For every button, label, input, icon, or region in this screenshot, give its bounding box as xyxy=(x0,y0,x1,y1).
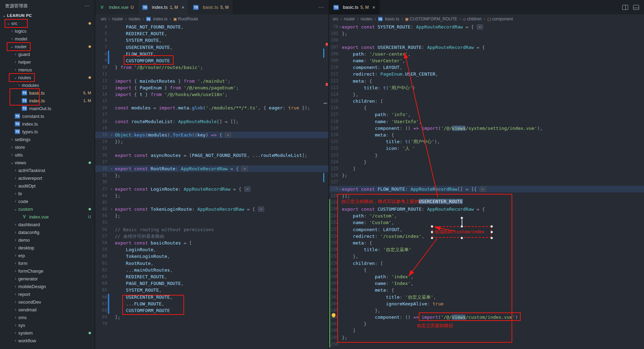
code-line-112[interactable]: 112 meta: { xyxy=(329,78,644,84)
code-line-232[interactable]: 232 name: 'Custom', xyxy=(329,219,644,226)
code-line-14[interactable]: 14import { t } from '/@/hooks/web/useI18… xyxy=(95,91,328,98)
code-line-44[interactable]: 44}; xyxy=(95,192,328,199)
tree-item-mobileDesign[interactable]: ›mobileDesign xyxy=(0,283,95,290)
breadcrumb-component[interactable]: ▢component xyxy=(487,17,513,21)
code-line-236[interactable]: 236 title: '自定义菜单' xyxy=(329,246,644,253)
tree-item-secondDev[interactable]: ›secondDev xyxy=(0,298,95,306)
fold-chevron-icon[interactable]: › xyxy=(109,186,114,192)
code-line-28[interactable]: 28›export const RootRoute: AppRouteRecor… xyxy=(95,165,328,172)
tree-item-index.vue[interactable]: Vindex.vueU xyxy=(0,213,95,221)
tree-item-system[interactable]: ›system xyxy=(0,329,95,337)
code-line-25[interactable]: 25 xyxy=(95,145,328,152)
code-line-7[interactable]: 7 USERCENTER_ROUTE, xyxy=(95,44,328,51)
close-icon[interactable]: × xyxy=(181,5,184,10)
code-line-27[interactable]: 27 xyxy=(95,159,328,165)
code-line-54[interactable]: 54}; xyxy=(95,212,328,219)
code-line-45[interactable]: 45 xyxy=(95,199,328,206)
tree-item-src[interactable]: ⌄src xyxy=(0,19,95,27)
fold-chevron-icon[interactable]: › xyxy=(338,186,342,192)
code-line-8[interactable]: 8 FLOW_ROUTE, xyxy=(95,51,328,57)
code-line-66[interactable]: 66 USERCENTER_ROUTE, xyxy=(95,294,328,300)
code-line-242[interactable]: 242 meta: { xyxy=(329,287,644,293)
code-line-111[interactable]: 111 redirect: PageEnum.USER_CENTER, xyxy=(329,71,644,77)
tree-item-sms[interactable]: ›sms xyxy=(0,313,95,321)
code-line-57[interactable]: 57// 未经许可的基本路由 xyxy=(95,233,328,240)
tab-basic.ts[interactable]: TSbasic.ts5, M xyxy=(189,0,233,14)
tree-item-sys[interactable]: ›sys xyxy=(0,321,95,329)
code-line-56[interactable]: 56// Basic routing without permissions xyxy=(95,226,328,233)
code-line-235[interactable]: 235 meta: { xyxy=(329,240,644,246)
code-line-19[interactable]: 19 xyxy=(95,125,328,132)
folded-code-ellipsis[interactable]: ⋯ xyxy=(258,207,264,212)
tab-basic.ts[interactable]: TSbasic.ts5, M× xyxy=(329,0,380,14)
more-actions-icon[interactable]: ⋯ xyxy=(84,3,90,9)
fold-chevron-icon[interactable]: › xyxy=(109,132,114,138)
tree-item-modules[interactable]: ›modules xyxy=(0,81,95,89)
code-line-234[interactable]: 234 redirect: '/custom/index', xyxy=(329,233,644,240)
code-line-229[interactable]: 229 xyxy=(329,199,644,206)
tree-item-utils[interactable]: ›utils xyxy=(0,151,95,159)
breadcrumb-CUSTOMFORM_ROUTE[interactable]: ▣CUSTOMFORM_ROUTE xyxy=(405,17,457,21)
workspace-header[interactable]: ⌄ LEARUN PC xyxy=(0,12,95,19)
code-line-128[interactable]: 128›export const FLOW_ROUTE: AppRouteRec… xyxy=(329,186,644,192)
code-line-65[interactable]: 65 SYSTEM_ROUTE, xyxy=(95,287,328,293)
code-line-61[interactable]: 61 RootRoute, xyxy=(95,260,328,267)
code-line-13[interactable]: 13import { PageEnum } from '/@/enums/pag… xyxy=(95,84,328,91)
code-line-124[interactable]: 124 } xyxy=(329,159,644,165)
code-area-basic-ts[interactable]: 76›export const SYSTEM_ROUTE: AppRouteRe… xyxy=(329,24,644,349)
code-line-121[interactable]: 121 title: t('用户中心'), xyxy=(329,138,644,145)
code-line-122[interactable]: 122 icon: '人 ' xyxy=(329,145,644,152)
code-line-241[interactable]: 241 name: 'Index', xyxy=(329,280,644,287)
code-line-107[interactable]: 107export const USERCENTER_ROUTE: AppRou… xyxy=(329,44,644,51)
tree-item-mainOut.ts[interactable]: TSmainOut.ts xyxy=(0,104,95,112)
tree-item-actHiTaskinst[interactable]: ›actHiTaskinst xyxy=(0,166,95,174)
code-line-108[interactable]: 108 path: '/user-center', xyxy=(329,51,644,57)
tree-item-dashboard[interactable]: ›dashboard xyxy=(0,221,95,228)
fold-chevron-icon[interactable]: › xyxy=(109,206,114,212)
code-line-127[interactable]: 127 xyxy=(329,179,644,185)
more-actions-icon[interactable]: ⋯ xyxy=(318,4,324,11)
code-line-249[interactable]: 249}; xyxy=(329,334,644,341)
code-line-245[interactable]: 245 }, xyxy=(329,307,644,314)
breadcrumb-index.ts[interactable]: TSindex.ts xyxy=(146,17,168,21)
tree-item-desktop[interactable]: ›desktop xyxy=(0,244,95,252)
code-line-231[interactable]: 231 path: '/custom', xyxy=(329,212,644,219)
code-line-250[interactable]: 250 xyxy=(329,341,644,348)
tree-item-dataconfig[interactable]: ›dataconfig xyxy=(0,228,95,236)
code-line-240[interactable]: 240 path: 'index', xyxy=(329,273,644,280)
code-line-119[interactable]: 119 component: () => import('/@/views/sy… xyxy=(329,125,644,132)
tab-index.vue[interactable]: Vindex.vueU xyxy=(95,0,138,14)
tree-item-basic.ts[interactable]: TSbasic.ts5, M xyxy=(0,89,95,97)
code-line-60[interactable]: 60 TokenLoginRoute, xyxy=(95,253,328,260)
tree-item-views[interactable]: ⌄views xyxy=(0,159,95,166)
tree-item-model[interactable]: ›model xyxy=(0,35,95,43)
folded-code-ellipsis[interactable]: ⋯ xyxy=(244,186,251,192)
code-line-36[interactable]: 36 xyxy=(95,179,328,185)
code-line-239[interactable]: 239 { xyxy=(329,267,644,273)
code-line-9[interactable]: 9 CUSTOMFORM_ROUTE xyxy=(95,57,328,64)
code-line-10[interactable]: 10} from '/@/router/routes/basic'; xyxy=(95,64,328,71)
fold-chevron-icon[interactable]: › xyxy=(338,24,342,30)
code-line-105[interactable]: 105}; xyxy=(329,30,644,37)
code-line-64[interactable]: 64 PAGE_NOT_FOUND_ROUTE, xyxy=(95,280,328,287)
tree-item-generator[interactable]: ›generator xyxy=(0,275,95,283)
code-line-237[interactable]: 237 }, xyxy=(329,253,644,260)
code-line-248[interactable]: 248 ] xyxy=(329,327,644,334)
tree-item-report[interactable]: ›report xyxy=(0,290,95,298)
tree-item-store[interactable]: ›store xyxy=(0,143,95,151)
tree-item-routes[interactable]: ⌄routes xyxy=(0,74,95,81)
code-line-6[interactable]: 6 SYSTEM_ROUTE, xyxy=(95,37,328,44)
tree-item-activereport[interactable]: ›activereport xyxy=(0,174,95,182)
code-line-246[interactable]: 246 component: () => import('/@/views/cu… xyxy=(329,314,644,321)
code-line-114[interactable]: 114 }, xyxy=(329,91,644,98)
breadcrumb-routes[interactable]: routes xyxy=(129,17,140,21)
code-line-230[interactable]: 230export const CUSTOMFORM_ROUTE: AppRou… xyxy=(329,206,644,212)
tree-item-settings[interactable]: ›settings xyxy=(0,135,95,143)
breadcrumb-router[interactable]: router xyxy=(112,17,123,21)
code-line-17[interactable]: 17 xyxy=(95,111,328,118)
code-line-68[interactable]: 68 CUSTOMFORM_ROUTE xyxy=(95,307,328,314)
code-line-5[interactable]: 5 REDIRECT_ROUTE, xyxy=(95,30,328,37)
code-line-35[interactable]: 35}; xyxy=(95,172,328,179)
code-line-116[interactable]: 116 { xyxy=(329,104,644,111)
breadcrumb-src[interactable]: src xyxy=(333,17,338,21)
